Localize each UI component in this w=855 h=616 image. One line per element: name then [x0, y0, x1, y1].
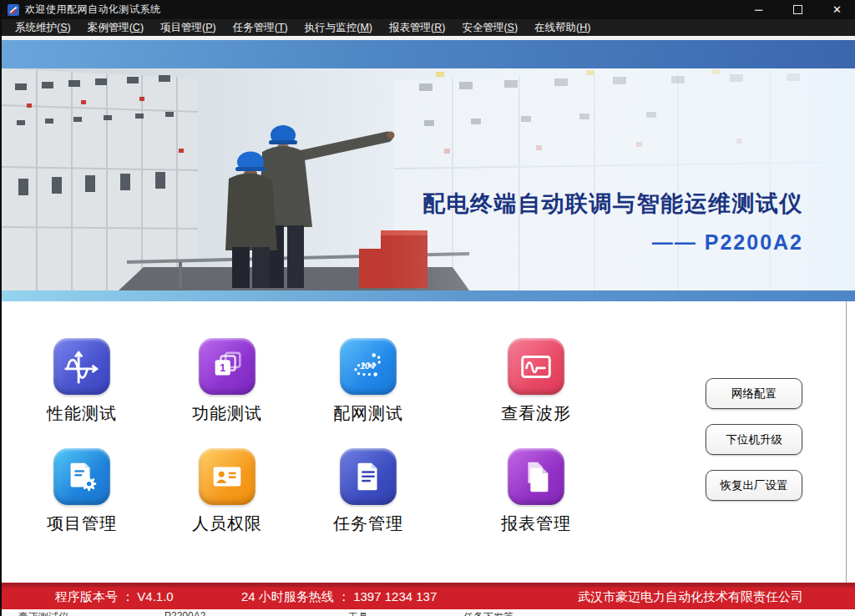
- minimize-icon[interactable]: ─: [739, 0, 778, 19]
- report-copy-icon: [517, 457, 555, 496]
- task-document-icon: [349, 457, 387, 496]
- menu-item-report-management[interactable]: 报表管理(R): [381, 21, 453, 35]
- blue-gradient-band-bottom: [2, 290, 855, 301]
- clipped-text-fragment: 工具: [348, 610, 368, 616]
- tile-label: 任务管理: [314, 512, 422, 535]
- tile-project-management[interactable]: 项目管理: [28, 448, 136, 535]
- clipped-text-fragment: 任务下发等: [463, 610, 514, 616]
- window-title: 欢迎使用配网自动化测试系统: [25, 3, 161, 17]
- tile-label: 配网测试: [314, 402, 422, 425]
- stacked-cards-icon: 1: [208, 347, 246, 386]
- blue-gradient-band-top: [2, 40, 855, 68]
- menu-item-execution-monitoring[interactable]: 执行与监控(M): [296, 21, 381, 35]
- banner-title: 配电终端自动联调与智能运维测试仪: [422, 189, 803, 219]
- tile-label: 功能测试: [173, 402, 281, 425]
- banner: 配电终端自动联调与智能运维测试仪 —— P2200A2: [2, 68, 855, 290]
- title-bar: 欢迎使用配网自动化测试系统 ─ ✕: [2, 0, 855, 19]
- tile-label: 查看波形: [482, 402, 590, 425]
- tile-view-waveform[interactable]: 查看波形: [482, 338, 590, 425]
- banner-model-number: —— P2200A2: [652, 230, 803, 255]
- tile-function-test[interactable]: 1 功能测试: [173, 338, 281, 425]
- maximize-icon[interactable]: [778, 0, 817, 19]
- menu-item-project-management[interactable]: 项目管理(P): [152, 21, 225, 35]
- close-icon[interactable]: ✕: [817, 0, 855, 19]
- main-area: 性能测试 1 功能测试 104: [2, 301, 855, 583]
- sine-wave-icon: [63, 347, 101, 386]
- tile-label: 报表管理: [482, 512, 590, 535]
- tile-report-management[interactable]: 报表管理: [482, 448, 590, 535]
- firmware-upgrade-button[interactable]: 下位机升级: [706, 424, 802, 455]
- version-text: 程序版本号 ： V4.1.0: [55, 589, 174, 605]
- company-text: 武汉市豪迈电力自动化技术有限责任公司: [578, 589, 803, 605]
- tile-label: 人员权限: [173, 512, 281, 535]
- tile-performance-test[interactable]: 性能测试: [28, 338, 136, 425]
- tile-label: 项目管理: [28, 512, 136, 535]
- tile-distribution-test[interactable]: 104 配网测试: [314, 338, 422, 425]
- menu-item-task-management[interactable]: 任务管理(T): [225, 21, 296, 35]
- menu-item-system-maintenance[interactable]: 系统维护(S): [7, 21, 79, 35]
- tile-personnel-permission[interactable]: 人员权限: [173, 448, 281, 535]
- app-logo-icon: [8, 4, 19, 16]
- tile-label: 性能测试: [28, 402, 136, 425]
- menu-item-online-help[interactable]: 在线帮助(H): [526, 21, 599, 35]
- menu-item-security-management[interactable]: 安全管理(S): [453, 21, 526, 35]
- document-gear-icon: [63, 457, 101, 496]
- clipped-text-fragment: 豪迈测试仪: [18, 610, 68, 616]
- hotline-text: 24 小时服务热线 ： 1397 1234 137: [241, 589, 437, 605]
- clipped-text-fragment: P2200A2: [164, 610, 205, 616]
- right-edge-divider: [846, 301, 847, 583]
- id-card-icon: [208, 457, 246, 496]
- network-config-button[interactable]: 网络配置: [706, 378, 802, 409]
- app-window: 欢迎使用配网自动化测试系统 ─ ✕ 系统维护(S) 案例管理(C) 项目管理(P…: [0, 0, 855, 616]
- protocol-104-icon: 104: [349, 347, 387, 386]
- svg-text:1: 1: [220, 362, 225, 374]
- waveform-icon: [517, 347, 555, 386]
- clipped-bottom-strip: 豪迈测试仪 P2200A2 工具 任务下发等: [2, 609, 855, 616]
- menu-item-case-management[interactable]: 案例管理(C): [79, 21, 152, 35]
- svg-text:104: 104: [360, 361, 375, 371]
- tile-task-management[interactable]: 任务管理: [314, 448, 422, 535]
- switchgear-photo: [2, 68, 855, 290]
- window-controls: ─ ✕: [739, 0, 855, 19]
- factory-reset-button[interactable]: 恢复出厂设置: [706, 470, 802, 501]
- menu-bar: 系统维护(S) 案例管理(C) 项目管理(P) 任务管理(T) 执行与监控(M)…: [2, 19, 855, 36]
- footer-bar: 程序版本号 ： V4.1.0 24 小时服务热线 ： 1397 1234 137…: [2, 583, 855, 609]
